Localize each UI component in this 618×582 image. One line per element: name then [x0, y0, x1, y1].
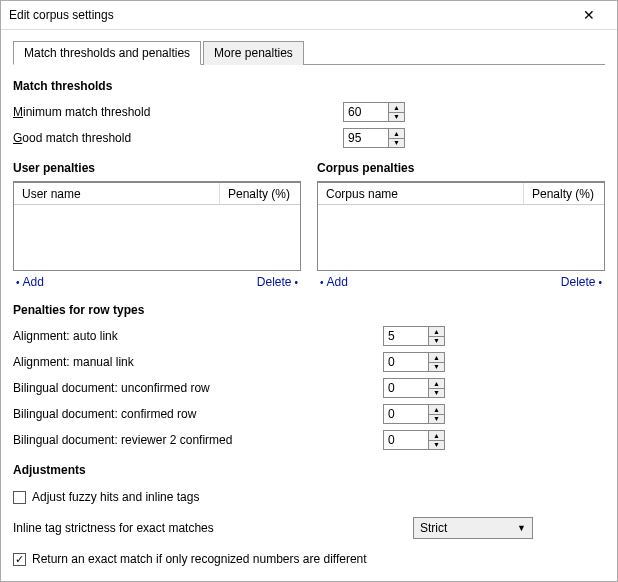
label-row-penalty: Bilingual document: unconfirmed row — [13, 381, 383, 395]
bullet-icon: • — [16, 277, 20, 288]
row-penalty-item: Bilingual document: reviewer 2 confirmed… — [13, 429, 605, 451]
spin-down-icon[interactable]: ▼ — [429, 440, 444, 450]
corpus-penalties-table[interactable]: Corpus name Penalty (%) — [317, 181, 605, 271]
tab-more-penalties[interactable]: More penalties — [203, 41, 304, 65]
spin-up-icon[interactable]: ▲ — [429, 405, 444, 414]
label-min-threshold: Minimum match threshold — [13, 105, 343, 119]
label-good-threshold: Good match threshold — [13, 131, 343, 145]
add-corpus-penalty-link[interactable]: •Add — [317, 275, 348, 289]
input-good-threshold[interactable] — [343, 128, 389, 148]
delete-user-penalty-link[interactable]: Delete• — [257, 275, 301, 289]
row-min-threshold: Minimum match threshold ▲ ▼ — [13, 101, 605, 123]
spinner-row-penalty: ▲▼ — [383, 326, 445, 346]
spin-up-icon[interactable]: ▲ — [389, 129, 404, 138]
select-strictness-value: Strict — [420, 521, 447, 535]
bullet-icon: • — [320, 277, 324, 288]
input-row-penalty[interactable] — [383, 378, 429, 398]
spinner-min-threshold: ▲ ▼ — [343, 102, 405, 122]
user-penalties-column: User penalties User name Penalty (%) •Ad… — [13, 157, 301, 289]
spin-up-icon[interactable]: ▲ — [429, 431, 444, 440]
label-row-penalty: Bilingual document: confirmed row — [13, 407, 383, 421]
tab-match-thresholds[interactable]: Match thresholds and penalties — [13, 41, 201, 65]
spin-down-icon[interactable]: ▼ — [429, 336, 444, 346]
bullet-icon: • — [598, 277, 602, 288]
heading-adjustments: Adjustments — [13, 463, 605, 477]
heading-user-penalties: User penalties — [13, 161, 301, 175]
spin-down-icon[interactable]: ▼ — [389, 138, 404, 148]
label-row-penalty: Bilingual document: reviewer 2 confirmed — [13, 433, 383, 447]
row-penalty-item: Bilingual document: unconfirmed row ▲▼ — [13, 377, 605, 399]
row-penalty-item: Alignment: auto link ▲▼ — [13, 325, 605, 347]
user-penalties-actions: •Add Delete• — [13, 275, 301, 289]
table-header: User name Penalty (%) — [14, 183, 300, 205]
input-row-penalty[interactable] — [383, 352, 429, 372]
chevron-down-icon: ▼ — [517, 523, 526, 533]
spin-up-icon[interactable]: ▲ — [429, 379, 444, 388]
title-bar: Edit corpus settings ✕ — [1, 1, 617, 30]
row-strictness: Inline tag strictness for exact matches … — [13, 517, 605, 539]
col-user-penalty[interactable]: Penalty (%) — [220, 183, 300, 204]
spin-buttons: ▲ ▼ — [389, 102, 405, 122]
spin-down-icon[interactable]: ▼ — [429, 388, 444, 398]
row-good-threshold: Good match threshold ▲ ▼ — [13, 127, 605, 149]
input-row-penalty[interactable] — [383, 404, 429, 424]
heading-corpus-penalties: Corpus penalties — [317, 161, 605, 175]
select-strictness[interactable]: Strict ▼ — [413, 517, 533, 539]
spinner-good-threshold: ▲ ▼ — [343, 128, 405, 148]
dialog-body: Match thresholds and penalties More pena… — [1, 30, 617, 579]
label-row-penalty: Alignment: manual link — [13, 355, 383, 369]
spin-down-icon[interactable]: ▼ — [389, 112, 404, 122]
corpus-penalties-column: Corpus penalties Corpus name Penalty (%)… — [317, 157, 605, 289]
spin-up-icon[interactable]: ▲ — [429, 327, 444, 336]
spin-down-icon[interactable]: ▼ — [429, 362, 444, 372]
user-penalties-table[interactable]: User name Penalty (%) — [13, 181, 301, 271]
spin-buttons: ▲ ▼ — [389, 128, 405, 148]
row-penalty-item: Alignment: manual link ▲▼ — [13, 351, 605, 373]
spin-up-icon[interactable]: ▲ — [389, 103, 404, 112]
spin-up-icon[interactable]: ▲ — [429, 353, 444, 362]
input-row-penalty[interactable] — [383, 430, 429, 450]
close-icon[interactable]: ✕ — [569, 1, 609, 29]
add-user-penalty-link[interactable]: •Add — [13, 275, 44, 289]
input-min-threshold[interactable] — [343, 102, 389, 122]
checkbox-adjust-fuzzy[interactable] — [13, 491, 26, 504]
label-row-penalty: Alignment: auto link — [13, 329, 383, 343]
corpus-penalties-actions: •Add Delete• — [317, 275, 605, 289]
delete-corpus-penalty-link[interactable]: Delete• — [561, 275, 605, 289]
label-min-threshold-text: inimum match threshold — [23, 105, 150, 119]
bullet-icon: • — [294, 277, 298, 288]
table-header: Corpus name Penalty (%) — [318, 183, 604, 205]
label-return-exact: Return an exact match if only recognized… — [32, 552, 367, 566]
checkbox-adjust-fuzzy-row[interactable]: Adjust fuzzy hits and inline tags — [13, 487, 605, 507]
checkbox-return-exact[interactable] — [13, 553, 26, 566]
col-corpus-penalty[interactable]: Penalty (%) — [524, 183, 604, 204]
heading-match-thresholds: Match thresholds — [13, 79, 605, 93]
heading-row-penalties: Penalties for row types — [13, 303, 605, 317]
label-good-threshold-text: ood match threshold — [22, 131, 131, 145]
col-user-name[interactable]: User name — [14, 183, 220, 204]
spin-down-icon[interactable]: ▼ — [429, 414, 444, 424]
input-row-penalty[interactable] — [383, 326, 429, 346]
label-adjust-fuzzy: Adjust fuzzy hits and inline tags — [32, 490, 199, 504]
checkbox-return-exact-row[interactable]: Return an exact match if only recognized… — [13, 549, 605, 569]
col-corpus-name[interactable]: Corpus name — [318, 183, 524, 204]
tab-bar: Match thresholds and penalties More pena… — [13, 40, 605, 65]
row-penalty-item: Bilingual document: confirmed row ▲▼ — [13, 403, 605, 425]
label-strictness: Inline tag strictness for exact matches — [13, 521, 413, 535]
window-title: Edit corpus settings — [9, 8, 569, 22]
